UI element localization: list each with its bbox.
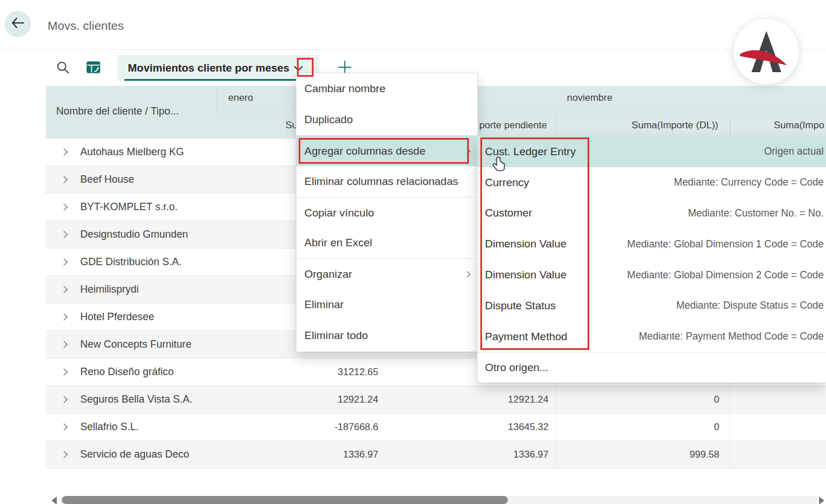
scroll-right-arrow-icon[interactable] — [819, 497, 824, 504]
app-window: Movs. clientes Movimientos cliente por m… — [0, 0, 826, 504]
submenu-item-detail: Mediante: Payment Method Code = Code — [639, 330, 824, 342]
chevron-right-icon[interactable] — [60, 286, 68, 293]
month-group-noviembre: noviembre — [567, 92, 612, 104]
customer-name: Autohaus Mielberg KG — [80, 146, 184, 158]
table-row[interactable]: Servicio de aguas Deco1336.971336.97999.… — [46, 441, 826, 468]
submenu-item-label: Dispute Status — [485, 300, 556, 312]
page-title: Movs. clientes — [48, 19, 124, 33]
analysis-mode-icon[interactable] — [86, 60, 102, 77]
tab-view-movimientos[interactable]: Movimientos cliente por meses — [118, 55, 319, 81]
customer-name: Designstudio Gmunden — [80, 229, 188, 241]
customer-name: Seguros Bella Vista S.A. — [80, 393, 193, 405]
aitana-logo — [733, 18, 800, 85]
column-header-customer-name[interactable]: Nombre del cliente / Tipo... — [56, 105, 179, 117]
customer-name: Servicio de aguas Deco — [80, 448, 189, 460]
chevron-right-icon[interactable] — [60, 451, 68, 458]
horizontal-scrollbar-thumb[interactable] — [62, 496, 508, 504]
header-divider — [217, 89, 217, 111]
chevron-right-icon[interactable] — [60, 176, 68, 183]
submenu-item-detail: Mediante: Currency Code = Code — [674, 176, 824, 188]
menu-item-copy-link[interactable]: Copiar vínculo — [296, 197, 477, 228]
chevron-right-icon[interactable] — [60, 203, 68, 211]
customer-name: GDE Distribución S.A. — [80, 256, 182, 268]
cell-value: 31212.65 — [338, 367, 378, 378]
table-row[interactable]: Sellafrio S.L.-187668.613645.320 — [46, 414, 826, 441]
customer-name: Hotel Pferdesee — [80, 311, 154, 323]
cell-value: 0 — [714, 422, 719, 433]
submenu-item-dimension-value-1[interactable]: Dimension ValueMediante: Global Dimensio… — [477, 229, 826, 259]
chevron-right-icon[interactable] — [60, 396, 68, 403]
submenu-item-cust-ledger-entry[interactable]: Cust. Ledger EntryOrigen actual — [477, 136, 826, 167]
cell-value: 999.58 — [690, 449, 719, 460]
customer-name: Beef House — [80, 174, 134, 186]
chevron-right-icon[interactable] — [60, 368, 68, 376]
chevron-right-icon — [464, 271, 470, 278]
menu-item-label: Organizar — [304, 268, 352, 280]
chevron-right-icon[interactable] — [60, 313, 68, 321]
submenu-item-customer[interactable]: CustomerMediante: Customer No. = No. — [477, 198, 826, 229]
cell-value: 13645.32 — [508, 422, 549, 433]
scroll-left-arrow-icon[interactable] — [52, 497, 57, 504]
menu-item-delete[interactable]: Eliminar — [296, 289, 477, 320]
column-header-suma-impo[interactable]: Suma(Impo — [774, 120, 824, 131]
submenu-item-label: Dimension Value — [485, 269, 566, 281]
menu-item-duplicate[interactable]: Duplicado — [296, 104, 477, 135]
customer-name: Heimilisprydi — [80, 284, 139, 296]
arrow-left-icon — [11, 17, 25, 31]
topbar-divider — [0, 49, 826, 50]
chevron-down-icon[interactable] — [294, 62, 303, 72]
submenu-item-detail: Origen actual — [764, 145, 824, 158]
submenu-item-label: Payment Method — [485, 330, 567, 343]
chevron-right-icon[interactable] — [60, 258, 68, 266]
submenu-item-detail: Mediante: Dispute Status = Code — [676, 300, 824, 312]
add-columns-submenu: Cust. Ledger EntryOrigen actual Currency… — [477, 136, 826, 383]
customer-name: Sellafrio S.L. — [80, 421, 139, 433]
header-divider — [730, 116, 730, 136]
chevron-right-icon[interactable] — [60, 231, 68, 238]
back-button[interactable] — [5, 11, 31, 37]
header-divider — [556, 116, 557, 136]
submenu-item-dispute-status[interactable]: Dispute StatusMediante: Dispute Status =… — [477, 290, 826, 321]
cell-value: 0 — [714, 394, 719, 405]
customer-name: New Concepts Furniture — [80, 338, 191, 351]
menu-item-add-columns-from[interactable]: Agregar columnas desde — [296, 135, 477, 166]
column-header-importe-pendiente[interactable]: porte pendiente — [479, 120, 547, 131]
menu-item-organize[interactable]: Organizar — [296, 258, 477, 289]
submenu-item-label: Customer — [485, 207, 532, 219]
tab-label: Movimientos cliente por meses — [128, 62, 289, 74]
submenu-item-currency[interactable]: CurrencyMediante: Currency Code = Code — [477, 167, 826, 198]
cell-value: 1336.97 — [514, 449, 549, 460]
submenu-item-detail: Mediante: Customer No. = No. — [688, 207, 824, 219]
search-icon[interactable] — [56, 60, 71, 77]
submenu-item-dimension-value-2[interactable]: Dimension ValueMediante: Global Dimensio… — [477, 259, 826, 290]
chevron-right-icon[interactable] — [60, 423, 68, 431]
chevron-right-icon — [464, 148, 470, 154]
chevron-right-icon[interactable] — [60, 341, 68, 348]
cell-value: 1336.97 — [343, 449, 378, 460]
submenu-item-label: Cust. Ledger Entry — [485, 145, 576, 158]
chevron-right-icon[interactable] — [60, 148, 68, 156]
month-group-enero: enero — [228, 92, 253, 104]
menu-item-remove-related-columns[interactable]: Eliminar columnas relacionadas — [296, 166, 477, 197]
submenu-item-detail: Mediante: Global Dimension 1 Code = Code — [627, 238, 824, 250]
menu-item-delete-all[interactable]: Eliminar todo — [296, 320, 477, 351]
customer-name: BYT-KOMPLET s.r.o. — [80, 201, 178, 213]
tab-active-underline — [124, 79, 314, 81]
cell-value: -187668.6 — [334, 422, 378, 433]
submenu-item-other-source[interactable]: Otro origen... — [477, 352, 826, 382]
cell-value: 12921.24 — [338, 394, 378, 405]
column-header-suma-importe-dl[interactable]: Suma(Importe (DL)) — [632, 120, 718, 131]
submenu-item-label: Currency — [485, 176, 529, 189]
column-header-suma-enero[interactable]: Su — [285, 120, 297, 131]
menu-item-label: Agregar columnas desde — [304, 145, 425, 157]
cell-value: 12921.24 — [508, 394, 549, 405]
customer-name: Reno Diseño gráfico — [80, 366, 174, 378]
submenu-item-detail: Mediante: Global Dimension 2 Code = Code — [627, 269, 824, 281]
menu-item-rename[interactable]: Cambiar nombre — [296, 73, 477, 104]
table-row[interactable]: Seguros Bella Vista S.A.12921.2412921.24… — [46, 386, 826, 414]
menu-item-open-in-excel[interactable]: Abrir en Excel — [296, 227, 477, 258]
view-options-menu: Cambiar nombre Duplicado Agregar columna… — [296, 73, 477, 352]
submenu-item-label: Dimension Value — [485, 238, 566, 250]
submenu-item-payment-method[interactable]: Payment MethodMediante: Payment Method C… — [477, 321, 826, 352]
